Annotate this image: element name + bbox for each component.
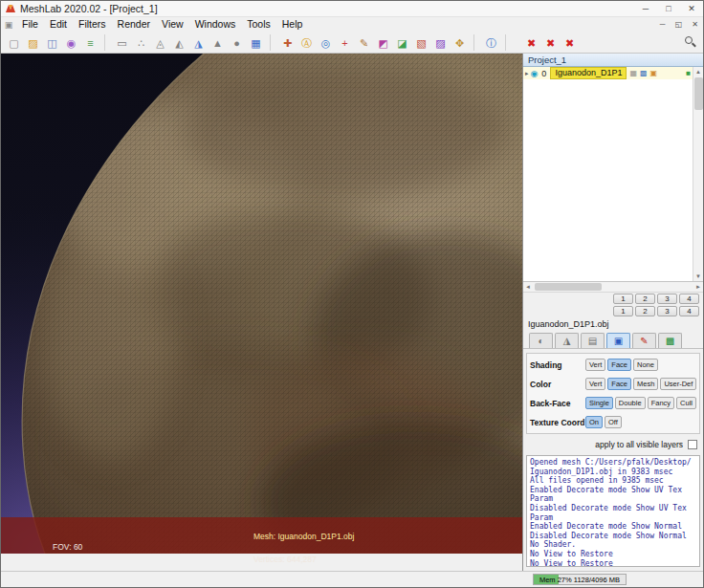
maximize-button[interactable]: □ bbox=[657, 1, 680, 16]
menu-filters[interactable]: Filters bbox=[73, 17, 112, 32]
texture-mode-icon[interactable]: ▦ bbox=[248, 34, 264, 51]
hscroll-thumb[interactable] bbox=[535, 283, 602, 291]
save-view-3-button[interactable]: 3 bbox=[657, 294, 677, 304]
visibility-eye-icon[interactable]: ◉ bbox=[531, 69, 539, 78]
measure-tool-icon[interactable]: ◎ bbox=[318, 34, 334, 51]
scroll-left-icon[interactable]: ◄ bbox=[525, 282, 531, 292]
child-restore-button[interactable]: ◱ bbox=[671, 18, 687, 32]
scroll-right-icon[interactable]: ► bbox=[695, 282, 701, 292]
log-line: Param bbox=[530, 513, 696, 523]
tab-rendering[interactable]: ▣ bbox=[606, 333, 630, 348]
back-face-cull-button[interactable]: Cull bbox=[676, 397, 696, 409]
tab-points[interactable]: ▤ bbox=[581, 333, 605, 348]
back-face-double-button[interactable]: Double bbox=[615, 397, 646, 409]
layer-list[interactable]: ▸ ◉ 0 Iguanodon_D1P1 ▦ ▩ ▣ ■ ▲ ▼ bbox=[523, 67, 703, 282]
back-face-single-button[interactable]: Single bbox=[585, 397, 613, 409]
flat-lines-mode-icon[interactable]: ◮ bbox=[190, 34, 207, 51]
title-bar[interactable]: MeshLab 2020.02 - [Project_1] ─ □ ✕ bbox=[1, 1, 703, 17]
vscroll-thumb[interactable] bbox=[694, 77, 703, 110]
save-view-1-button[interactable]: 1 bbox=[613, 294, 633, 304]
menu-help[interactable]: Help bbox=[276, 17, 309, 32]
layer-name[interactable]: Iguanodon_D1P1 bbox=[550, 67, 627, 79]
menu-file[interactable]: File bbox=[16, 17, 44, 32]
meshlab-logo-icon bbox=[5, 3, 16, 14]
mesh-ok-icon: ■ bbox=[686, 69, 691, 77]
menu-windows[interactable]: Windows bbox=[189, 17, 242, 32]
bbox-mode-icon[interactable]: ▭ bbox=[114, 34, 130, 51]
texture-coord-off-button[interactable]: Off bbox=[605, 416, 622, 428]
select-vertices-icon[interactable]: ◩ bbox=[375, 34, 391, 51]
manipulator-icon[interactable]: ✥ bbox=[451, 34, 468, 51]
option-label-back-face: Back-Face bbox=[530, 399, 585, 408]
z-painting-icon[interactable]: ✎ bbox=[356, 34, 372, 51]
project-tab[interactable]: Project_1 bbox=[523, 54, 703, 67]
menu-edit[interactable]: Edit bbox=[44, 17, 73, 32]
child-close-button[interactable]: ✕ bbox=[687, 18, 703, 32]
wireframe-flag-icon[interactable]: ▦ bbox=[629, 69, 637, 77]
meshlab-window: MeshLab 2020.02 - [Project_1] ─ □ ✕ ▣ Fi… bbox=[0, 0, 704, 588]
log-line: No View to Restore bbox=[530, 550, 696, 559]
color-flag-icon[interactable]: ▣ bbox=[650, 69, 658, 77]
restore-view-row: 1234 bbox=[523, 305, 703, 317]
scroll-up-icon[interactable]: ▲ bbox=[693, 67, 703, 76]
restore-view-2-button[interactable]: 2 bbox=[635, 306, 655, 316]
layer-panel: Project_1 ▸ ◉ 0 Iguanodon_D1P1 ▦ ▩ ▣ ■ ▲… bbox=[522, 54, 703, 571]
save-view-row: 1234 bbox=[523, 293, 703, 305]
texture-flag-icon[interactable]: ▩ bbox=[640, 69, 648, 77]
scroll-down-icon[interactable]: ▼ bbox=[693, 272, 703, 281]
layer-list-vscrollbar[interactable]: ▲ ▼ bbox=[693, 67, 703, 281]
restore-view-4-button[interactable]: 4 bbox=[679, 306, 699, 316]
option-label-texture-coord: Texture Coord bbox=[530, 418, 585, 427]
color-user-def-button[interactable]: User-Def bbox=[660, 378, 696, 390]
shading-face-button[interactable]: Face bbox=[607, 359, 631, 371]
text-label-icon[interactable]: Ⓐ bbox=[298, 34, 315, 51]
tab-shader[interactable]: ▩ bbox=[658, 333, 682, 348]
save-project-icon[interactable]: ◫ bbox=[44, 34, 60, 51]
snapshot-icon[interactable]: ◉ bbox=[63, 34, 79, 51]
color-face-button[interactable]: Face bbox=[607, 378, 631, 390]
tab-wireframe[interactable]: ◮ bbox=[555, 333, 579, 348]
restore-view-1-button[interactable]: 1 bbox=[613, 306, 633, 316]
3d-viewport[interactable]: FOV: 60 FPS: 29.9 BO_RENDERING Mesh: Igu… bbox=[1, 54, 522, 554]
restore-view-3-button[interactable]: 3 bbox=[657, 306, 677, 316]
info-icon[interactable]: ⓘ bbox=[483, 34, 499, 51]
texture-coord-on-button[interactable]: On bbox=[585, 416, 603, 428]
search-icon[interactable] bbox=[683, 34, 698, 50]
menu-tools[interactable]: Tools bbox=[241, 17, 276, 32]
expander-icon[interactable]: ▸ bbox=[525, 70, 529, 77]
layer-row[interactable]: ▸ ◉ 0 Iguanodon_D1P1 ▦ ▩ ▣ ■ bbox=[523, 67, 703, 79]
minimize-button[interactable]: ─ bbox=[634, 1, 657, 16]
tab-texture[interactable]: ✎ bbox=[632, 333, 656, 348]
shading-vert-button[interactable]: Vert bbox=[585, 359, 605, 371]
delete-mesh-icon[interactable]: ✖ bbox=[523, 34, 539, 51]
layer-dialog-icon[interactable]: ≡ bbox=[82, 34, 99, 51]
tab-mesh-info[interactable]: ◐ bbox=[529, 333, 553, 348]
color-vert-button[interactable]: Vert bbox=[585, 378, 605, 390]
new-project-icon[interactable]: ▢ bbox=[6, 34, 22, 51]
smooth-mode-icon[interactable]: ● bbox=[229, 34, 245, 51]
save-view-2-button[interactable]: 2 bbox=[635, 294, 655, 304]
pick-points-icon[interactable]: + bbox=[337, 34, 353, 51]
apply-all-layers-checkbox[interactable] bbox=[688, 440, 697, 449]
back-face-fancy-button[interactable]: Fancy bbox=[648, 397, 674, 409]
child-minimize-button[interactable]: ─ bbox=[654, 18, 671, 32]
flat-mode-icon[interactable]: ▲ bbox=[209, 34, 226, 51]
save-view-4-button[interactable]: 4 bbox=[679, 294, 699, 304]
delete-free-vertices-icon[interactable]: ✖ bbox=[542, 34, 559, 51]
close-button[interactable]: ✕ bbox=[680, 1, 703, 16]
menu-view[interactable]: View bbox=[156, 17, 189, 32]
hidden-lines-mode-icon[interactable]: ◭ bbox=[171, 34, 187, 51]
select-connected-icon[interactable]: ▨ bbox=[432, 34, 449, 51]
open-project-icon[interactable]: ▨ bbox=[25, 34, 41, 51]
points-mode-icon[interactable]: ∴ bbox=[133, 34, 149, 51]
select-faces-icon[interactable]: ◪ bbox=[394, 34, 410, 51]
delete-non-manifold-icon[interactable]: ✖ bbox=[561, 34, 578, 51]
shading-none-button[interactable]: None bbox=[633, 359, 658, 371]
trackball-icon[interactable]: ✚ bbox=[279, 34, 296, 51]
wireframe-mode-icon[interactable]: ◬ bbox=[152, 34, 168, 51]
menu-render[interactable]: Render bbox=[112, 17, 156, 32]
layer-list-hscrollbar[interactable]: ◄ ► bbox=[523, 282, 703, 293]
select-faces-rect-icon[interactable]: ▧ bbox=[413, 34, 429, 51]
color-mesh-button[interactable]: Mesh bbox=[633, 378, 658, 390]
toolbar-separator bbox=[473, 34, 480, 51]
